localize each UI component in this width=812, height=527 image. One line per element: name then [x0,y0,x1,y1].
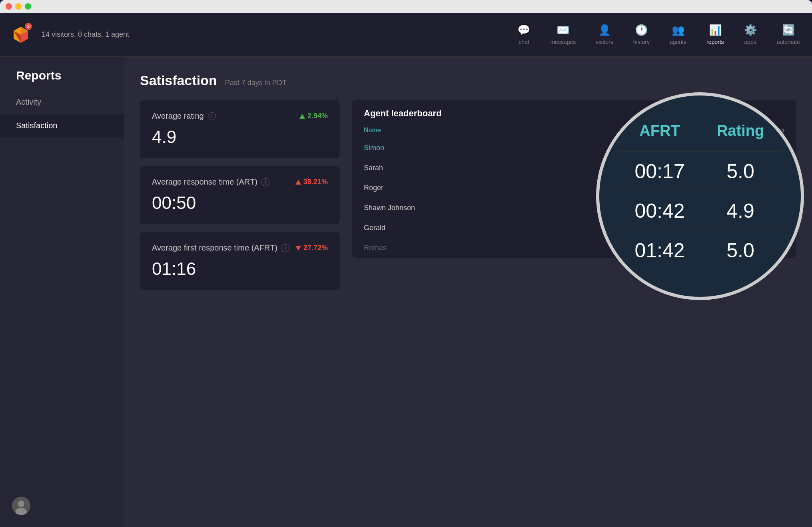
leaderboard-column: Agent leaderboard Name ART AFRT Rating S… [352,100,796,290]
magnify-overlay: AFRT Rating 00:17 5.0 00:42 4.9 [596,92,804,300]
nav-item-apps[interactable]: ⚙️ apps [744,24,757,45]
metric-label-art: Average response time (ART) [152,177,257,187]
info-icon-rating[interactable]: i [208,112,216,120]
messages-icon: ✉️ [557,24,569,36]
nav-item-messages[interactable]: ✉️ messages [550,24,576,45]
nav-label-agents: agents [670,39,686,45]
down-arrow-icon [295,246,301,251]
metric-header-art: Average response time (ART) i 38.21% [152,177,328,187]
automate-icon: 🔄 [782,24,795,36]
up-arrow-icon-art [295,180,301,185]
sidebar-item-satisfaction[interactable]: Satisfaction [0,114,124,137]
nav-label-messages: messages [550,39,576,45]
metric-value-art: 00:50 [152,193,328,213]
metric-change-afrt: 27.72% [295,244,328,252]
metric-value-afrt: 01:16 [152,259,328,279]
apps-icon: ⚙️ [744,24,757,36]
nav-label-history: history [633,39,650,45]
metrics-column: Average rating i 2.94% 4.9 [140,100,340,290]
magnify-rating-2: 5.0 [710,239,770,262]
metric-change-rating: 2.94% [299,112,328,120]
magnify-headers: AFRT Rating [619,122,781,139]
magnify-content: AFRT Rating 00:17 5.0 00:42 4.9 [599,110,801,282]
magnify-col-rating: Rating [710,122,770,139]
sidebar: Reports Activity Satisfaction [0,57,124,527]
window-chrome [0,0,812,13]
status-text: 14 visitors, 0 chats, 1 agent [42,30,517,39]
page-title: Satisfaction [140,73,217,88]
notification-badge: 2 [25,23,32,30]
close-button[interactable] [6,3,12,10]
visitors-icon: 👤 [598,24,611,36]
magnify-col-afrt: AFRT [630,122,690,139]
metric-value-rating: 4.9 [152,127,328,147]
top-nav: 2 14 visitors, 0 chats, 1 agent 💬 chat ✉… [0,13,812,57]
magnify-rating-1: 4.9 [710,199,770,223]
metric-card-average-rating: Average rating i 2.94% 4.9 [140,100,340,158]
metric-label-rating: Average rating [152,111,204,121]
nav-item-chat[interactable]: 💬 chat [517,24,530,45]
nav-label-visitors: visitors [596,39,613,45]
nav-label-automate: automate [777,39,800,45]
content-header: Satisfaction Past 7 days in PDT [140,73,796,88]
magnify-afrt-0: 00:17 [630,160,690,183]
metric-label-afrt: Average first response time (AFRT) [152,243,277,253]
metric-label-row-art: Average response time (ART) i [152,177,269,187]
nav-label-reports: reports [706,39,724,45]
nav-item-history[interactable]: 🕐 history [633,24,650,45]
minimize-button[interactable] [15,3,22,10]
nav-item-visitors[interactable]: 👤 visitors [596,24,613,45]
content-columns: Average rating i 2.94% 4.9 [140,100,796,290]
sidebar-title: Reports [0,69,124,90]
info-icon-art[interactable]: i [261,178,269,186]
logo[interactable]: 2 [12,25,30,44]
magnify-rating-0: 5.0 [710,160,770,183]
main-layout: Reports Activity Satisfaction Satisfacti… [0,57,812,527]
metric-label-row-rating: Average rating i [152,111,216,121]
info-icon-afrt[interactable]: i [281,244,289,252]
magnify-afrt-2: 01:42 [630,239,690,262]
app-container: 2 14 visitors, 0 chats, 1 agent 💬 chat ✉… [0,13,812,527]
metric-label-row-afrt: Average first response time (AFRT) i [152,243,289,253]
reports-icon: 📊 [709,24,722,36]
metric-header-rating: Average rating i 2.94% [152,111,328,121]
chat-icon: 💬 [517,24,530,36]
maximize-button[interactable] [25,3,31,10]
date-range: Past 7 days in PDT [225,79,287,87]
metric-card-art: Average response time (ART) i 38.21% 00:… [140,166,340,224]
agents-icon: 👥 [672,24,684,36]
metric-change-art: 38.21% [295,178,328,186]
magnify-row-2: 01:42 5.0 [619,231,781,270]
nav-item-automate[interactable]: 🔄 automate [777,24,800,45]
magnify-row-1: 00:42 4.9 [619,191,781,231]
nav-label-apps: apps [744,39,756,45]
content-area: Satisfaction Past 7 days in PDT Average … [124,57,812,527]
nav-item-reports[interactable]: 📊 reports [706,24,724,45]
sidebar-item-activity[interactable]: Activity [0,90,124,114]
nav-item-agents[interactable]: 👥 agents [670,24,686,45]
metric-header-afrt: Average first response time (AFRT) i 27.… [152,243,328,253]
nav-items: 💬 chat ✉️ messages 👤 visitors 🕐 history … [517,24,800,45]
history-icon: 🕐 [635,24,648,36]
magnify-row-0: 00:17 5.0 [619,151,781,191]
magnify-afrt-1: 00:42 [630,199,690,223]
metric-card-afrt: Average first response time (AFRT) i 27.… [140,232,340,290]
up-arrow-icon [299,114,305,119]
nav-label-chat: chat [519,39,529,45]
